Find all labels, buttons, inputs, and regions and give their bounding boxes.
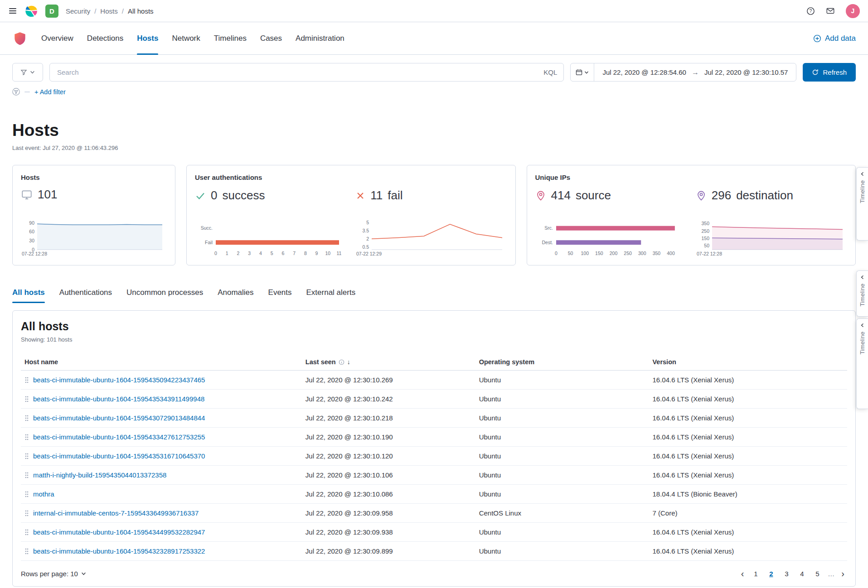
nav-tab-hosts[interactable]: Hosts xyxy=(137,22,158,54)
ips-source-label: source xyxy=(576,188,611,202)
tab-uncommon-processes[interactable]: Uncommon processes xyxy=(126,288,203,303)
table-row: beats-ci-immutable-ubuntu-1604-159543449… xyxy=(21,523,847,542)
drag-handle-icon xyxy=(24,548,29,555)
tab-all-hosts[interactable]: All hosts xyxy=(12,288,45,303)
filter-icon xyxy=(20,69,27,76)
prev-page-button[interactable]: ‹ xyxy=(738,569,747,579)
drag-handle-icon xyxy=(24,510,29,517)
chevron-down-icon xyxy=(30,70,35,75)
chevron-left-icon xyxy=(860,323,865,328)
menu-button[interactable] xyxy=(8,6,17,15)
host-link[interactable]: beats-ci-immutable-ubuntu-1604-159543509… xyxy=(33,376,205,384)
column-header-operating-system: Operating system xyxy=(475,354,649,371)
host-link[interactable]: mothra xyxy=(33,490,54,498)
timeline-flyout-button[interactable]: Timeline xyxy=(856,167,868,241)
page-button-2[interactable]: 2 xyxy=(765,567,777,580)
column-header-last-seen[interactable]: Last seen ↓ xyxy=(302,354,475,371)
nav-tab-overview[interactable]: Overview xyxy=(41,22,73,54)
nav-tab-administration[interactable]: Administration xyxy=(296,22,344,54)
add-filter-link[interactable]: + Add filter xyxy=(34,88,66,96)
host-link[interactable]: beats-ci-immutable-ubuntu-1604-159543232… xyxy=(33,547,205,555)
svg-text:07-22 12:29: 07-22 12:29 xyxy=(356,251,382,256)
elastic-logo[interactable] xyxy=(24,4,38,18)
svg-text:4: 4 xyxy=(259,251,262,256)
ips-source-metric: 414 source xyxy=(535,188,687,202)
column-header-version: Version xyxy=(649,354,847,371)
date-picker-menu-button[interactable] xyxy=(571,63,594,81)
check-icon xyxy=(195,190,206,201)
host-link[interactable]: beats-ci-immutable-ubuntu-1604-159543534… xyxy=(33,395,204,403)
table-row: beats-ci-immutable-ubuntu-1604-159543232… xyxy=(21,542,847,561)
svg-text:5: 5 xyxy=(366,220,369,225)
rows-per-page-button[interactable]: Rows per page: 10 xyxy=(21,570,86,578)
cell-os: Ubuntu xyxy=(475,428,649,447)
query-bar: KQL Jul 22, 2020 @ 12:28:54.60 → Jul 22,… xyxy=(0,55,868,86)
cell-version: 18.04.4 LTS (Bionic Beaver) xyxy=(649,485,847,504)
svg-text:250: 250 xyxy=(624,251,632,256)
timeline-flyout-button[interactable]: Timeline xyxy=(856,318,868,409)
timeline-flyout-button[interactable]: Timeline xyxy=(856,270,868,317)
tab-authentications[interactable]: Authentications xyxy=(59,288,112,303)
add-data-link[interactable]: Add data xyxy=(813,34,856,43)
svg-text:10: 10 xyxy=(325,251,330,256)
svg-text:2: 2 xyxy=(237,251,240,256)
page-button-4[interactable]: 4 xyxy=(795,567,808,580)
page-button-3[interactable]: 3 xyxy=(780,567,793,580)
newsfeed-icon[interactable] xyxy=(826,6,835,15)
svg-text:Fail: Fail xyxy=(205,240,213,245)
nav-tab-cases[interactable]: Cases xyxy=(260,22,282,54)
auth-success-metric: 0 success xyxy=(195,188,346,202)
filter-divider xyxy=(24,92,30,92)
help-icon[interactable]: ? xyxy=(806,7,815,15)
map-pin-icon xyxy=(535,190,546,201)
refresh-button[interactable]: Refresh xyxy=(803,63,856,82)
cell-version: 16.04.6 LTS (Xenial Xerus) xyxy=(649,409,847,428)
nav-tab-network[interactable]: Network xyxy=(172,22,200,54)
security-app-logo-icon xyxy=(12,31,28,46)
security-app-nav: OverviewDetectionsHostsNetworkTimelinesC… xyxy=(0,22,868,55)
panel-subtitle: Showing: 101 hosts xyxy=(21,336,847,343)
breadcrumb-hosts[interactable]: Hosts xyxy=(100,7,117,15)
page-button-5[interactable]: 5 xyxy=(811,567,824,580)
svg-text:30: 30 xyxy=(29,238,34,243)
page-button-1[interactable]: 1 xyxy=(749,567,762,580)
kpi-auth-label: User authentications xyxy=(195,174,507,181)
nav-tab-detections[interactable]: Detections xyxy=(87,22,123,54)
cell-os: Ubuntu xyxy=(475,485,649,504)
timeline-tab-label: Timeline xyxy=(859,332,866,355)
nav-tab-timelines[interactable]: Timelines xyxy=(214,22,247,54)
tab-events[interactable]: Events xyxy=(268,288,292,303)
elastic-logo-icon xyxy=(24,4,38,18)
tab-anomalies[interactable]: Anomalies xyxy=(218,288,253,303)
hosts-table: Host name Last seen ↓ Operating system V… xyxy=(21,354,847,561)
host-link[interactable]: internal-ci-immutable-centos-7-159543364… xyxy=(33,509,199,517)
hosts-count: 101 xyxy=(38,188,57,202)
pagination: ‹12345…› xyxy=(738,567,847,580)
host-link[interactable]: beats-ci-immutable-ubuntu-1604-159543342… xyxy=(33,433,205,441)
auth-bar-chart: Succ.Fail01234567891011 xyxy=(195,219,346,257)
host-link[interactable]: beats-ci-immutable-ubuntu-1604-159543072… xyxy=(33,414,205,422)
svg-text:0: 0 xyxy=(214,251,217,256)
cell-os: Ubuntu xyxy=(475,390,649,409)
ips-bar-chart: Src.Dest.050100150200250300350400 xyxy=(535,219,687,257)
date-range-end[interactable]: Jul 22, 2020 @ 12:30:10.57 xyxy=(704,68,788,76)
date-range-start[interactable]: Jul 22, 2020 @ 12:28:54.60 xyxy=(602,68,686,76)
host-link[interactable]: beats-ci-immutable-ubuntu-1604-159543449… xyxy=(33,528,205,536)
kql-language-button[interactable]: KQL xyxy=(543,68,557,76)
host-link[interactable]: matth-i-nightly-build-159543504401337235… xyxy=(33,471,166,479)
saved-query-menu-button[interactable] xyxy=(12,63,43,82)
search-input[interactable] xyxy=(56,68,539,77)
svg-text:Src.: Src. xyxy=(544,225,553,231)
ips-source-value: 414 xyxy=(551,188,571,202)
tab-external-alerts[interactable]: External alerts xyxy=(306,288,356,303)
filter-icon[interactable] xyxy=(12,88,20,96)
user-avatar[interactable]: J xyxy=(846,4,860,18)
cell-version: 7 (Core) xyxy=(649,504,847,523)
cell-version: 16.04.6 LTS (Xenial Xerus) xyxy=(649,390,847,409)
cell-os: Ubuntu xyxy=(475,542,649,561)
breadcrumb-security[interactable]: Security xyxy=(66,7,90,15)
next-page-button[interactable]: › xyxy=(839,569,847,579)
space-badge[interactable]: D xyxy=(45,5,58,18)
svg-text:11: 11 xyxy=(337,251,342,256)
host-link[interactable]: beats-ci-immutable-ubuntu-1604-159543531… xyxy=(33,452,205,460)
